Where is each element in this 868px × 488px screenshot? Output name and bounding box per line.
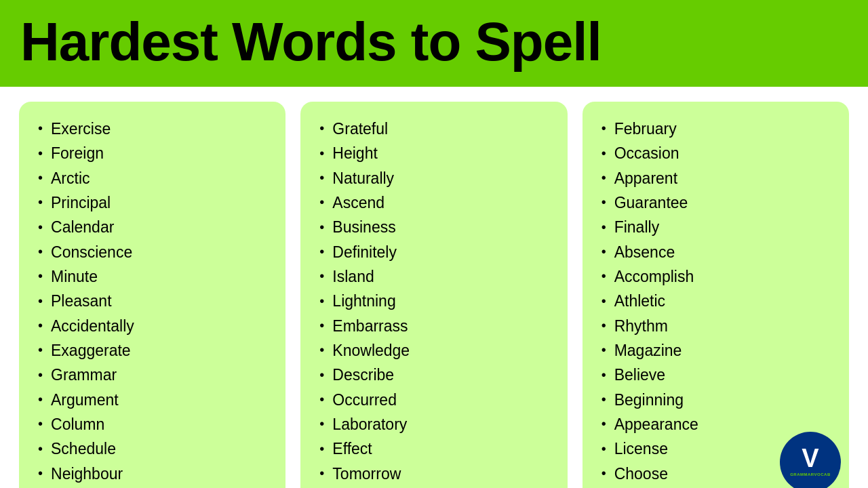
- list-item: Pleasant: [38, 289, 271, 313]
- list-item: Island: [319, 264, 552, 289]
- list-item: Absence: [601, 240, 834, 264]
- page-title: Hardest Words to Spell: [20, 12, 848, 72]
- list-item: Tomorrow: [319, 462, 552, 486]
- list-item: Laboratory: [319, 412, 552, 436]
- list-item: Neighbour: [38, 462, 271, 486]
- word-list-1: ExerciseForeignArcticPrincipalCalendarCo…: [38, 117, 271, 486]
- list-item: Accomplish: [601, 264, 834, 289]
- list-item: Naturally: [319, 166, 552, 190]
- list-item: Calendar: [38, 215, 271, 239]
- list-item: Column: [38, 412, 271, 436]
- list-item: Schedule: [38, 436, 271, 461]
- header: Hardest Words to Spell: [0, 0, 868, 87]
- list-item: Foreign: [38, 141, 271, 165]
- list-item: Embarrass: [319, 314, 552, 338]
- word-card-2: GratefulHeightNaturallyAscendBusinessDef…: [300, 102, 567, 488]
- list-item: February: [601, 117, 834, 141]
- list-item: Athletic: [601, 289, 834, 313]
- logo: V GRAMMARVOCAB: [780, 432, 841, 488]
- logo-circle: V GRAMMARVOCAB: [780, 432, 841, 488]
- list-item: Describe: [319, 363, 552, 387]
- list-item: Exercise: [38, 117, 271, 141]
- list-item: Occasion: [601, 141, 834, 165]
- list-item: Effect: [319, 436, 552, 461]
- list-item: Beginning: [601, 388, 834, 412]
- word-list-3: FebruaryOccasionApparentGuaranteeFinally…: [601, 117, 834, 486]
- list-item: Guarantee: [601, 190, 834, 215]
- list-item: Conscience: [38, 240, 271, 264]
- word-card-1: ExerciseForeignArcticPrincipalCalendarCo…: [19, 102, 285, 488]
- list-item: Finally: [601, 215, 834, 239]
- list-item: Accidentally: [38, 314, 271, 338]
- content-area: ExerciseForeignArcticPrincipalCalendarCo…: [0, 87, 868, 488]
- logo-text: GRAMMARVOCAB: [790, 472, 831, 476]
- list-item: Exaggerate: [38, 338, 271, 363]
- list-item: Argument: [38, 388, 271, 412]
- list-item: Magazine: [601, 338, 834, 363]
- list-item: Definitely: [319, 240, 552, 264]
- list-item: Grateful: [319, 117, 552, 141]
- list-item: Lightning: [319, 289, 552, 313]
- word-list-2: GratefulHeightNaturallyAscendBusinessDef…: [319, 117, 552, 486]
- list-item: Ascend: [319, 190, 552, 215]
- list-item: Business: [319, 215, 552, 239]
- word-card-3: FebruaryOccasionApparentGuaranteeFinally…: [583, 102, 849, 488]
- list-item: Apparent: [601, 166, 834, 190]
- list-item: Minute: [38, 264, 271, 289]
- list-item: Principal: [38, 190, 271, 215]
- list-item: Rhythm: [601, 314, 834, 338]
- list-item: Occurred: [319, 388, 552, 412]
- list-item: Arctic: [38, 166, 271, 190]
- list-item: Believe: [601, 363, 834, 387]
- list-item: Knowledge: [319, 338, 552, 363]
- list-item: Grammar: [38, 363, 271, 387]
- list-item: Height: [319, 141, 552, 165]
- logo-letter: V: [802, 445, 818, 471]
